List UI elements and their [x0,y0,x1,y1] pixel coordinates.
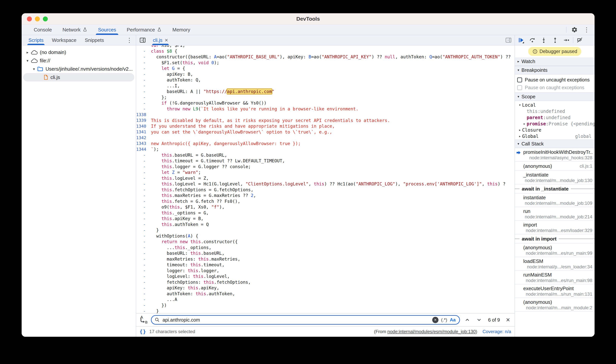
line-gutter[interactable]: - [136,78,148,82]
line-gutter[interactable]: - [136,245,148,250]
call-stack-frame[interactable]: instantiatenode:internal/m...module_job:… [515,194,595,207]
call-stack-frame[interactable]: loadESMnode:internal/p.../esm_loader:34 [515,257,595,271]
line-gutter[interactable]: - [136,182,148,186]
code-line[interactable]: - ...A [136,297,515,302]
line-gutter[interactable]: - [136,176,148,181]
line-gutter[interactable]: 1343 [136,141,148,146]
toggle-debugger-sidebar-icon[interactable] [502,35,515,45]
chevron-right-icon[interactable]: ▸ [25,50,30,54]
source-origin-link[interactable]: node:internal/modules/esm/module_job:130 [388,329,476,334]
replace-toggle-icon[interactable]: A B [139,315,148,325]
code-line[interactable]: - }; [136,94,515,100]
line-gutter[interactable]: - [136,291,148,296]
next-match-button[interactable] [475,315,483,324]
code-line[interactable]: - let G = { [136,65,515,71]
code-line[interactable]: - if (!G.dangerouslyAllowBrowser && Ys0(… [136,100,515,106]
section-breakpoints[interactable]: ▾ Breakpoints [515,66,595,74]
line-gutter[interactable]: - [136,234,148,238]
line-gutter[interactable]: - [136,199,148,204]
code-line[interactable]: - apiKey: this.apiKey, [136,285,515,291]
zoom-window-button[interactable] [43,16,48,21]
checkbox-unchecked[interactable] [517,78,522,82]
regex-toggle-button[interactable]: (.*) [441,317,447,323]
line-gutter[interactable]: - [136,309,148,313]
code-editor[interactable]: var Xs0, $F1;-class $8 {- constructor({b… [136,45,515,313]
line-gutter[interactable]: - [136,187,148,192]
code-line[interactable]: - baseURL: A || "https://api.anthropic.c… [136,89,515,94]
line-gutter[interactable]: - [136,274,148,279]
pretty-print-icon[interactable]: {} [140,329,146,335]
line-gutter[interactable]: 1342 [136,135,148,140]
search-field[interactable]: × (.*) Aa [151,315,460,325]
call-stack-frame[interactable]: (anonymous)node:internal/m...main_module… [515,298,595,312]
code-line[interactable]: - apiKey: B, [136,71,515,77]
line-gutter[interactable]: 1344 [136,147,148,152]
line-gutter[interactable]: - [136,164,148,169]
code-line[interactable]: - return new this.constructor({ [136,239,515,245]
tree-item-no-domain[interactable]: ▸ (no domain) [22,48,136,56]
code-line[interactable]: - this.timeout = G.timeout ?? Lw.DEFAULT… [136,158,515,164]
scope-group-global[interactable]: ▸ Global global [515,133,595,139]
scope-group-closure[interactable]: ▸ Closure [515,127,595,133]
line-gutter[interactable]: - [136,54,148,59]
line-gutter[interactable]: - [136,228,148,233]
tab-memory[interactable]: Memory [167,25,196,35]
section-watch[interactable]: ▸ Watch [515,57,595,66]
tab-scripts[interactable]: Scripts [24,35,48,45]
code-line[interactable]: - baseURL: this.baseURL, [136,250,515,256]
close-tab-icon[interactable]: × [165,37,168,43]
scope-prop-this[interactable]: this undefined [515,108,595,114]
tab-workspace[interactable]: Workspace [48,35,81,45]
line-gutter[interactable]: - [136,89,148,94]
code-line[interactable]: - } [136,227,515,233]
line-gutter[interactable]: 1341 [136,130,148,134]
tree-item-folder[interactable]: ▾ Users/jinhuilee/.nvm/versions/node/v2.… [22,65,136,73]
minimize-window-button[interactable] [35,16,40,21]
match-case-toggle-button[interactable]: Aa [450,317,457,323]
code-line[interactable]: - maxRetries: this.maxRetries, [136,256,515,262]
code-line[interactable]: 1344`); [136,146,515,152]
code-line[interactable]: 1338 [136,112,515,117]
line-gutter[interactable]: - [136,262,148,267]
line-gutter[interactable]: - [136,268,148,273]
code-line[interactable]: 1342 [136,135,515,141]
code-line[interactable]: - throw new L9(`It looks like you're run… [136,106,515,112]
line-gutter[interactable]: - [136,286,148,290]
search-input[interactable] [163,317,430,323]
scope-prop-promise[interactable]: ▸ promise Promise {<pending>} [515,121,595,127]
line-gutter[interactable]: - [136,95,148,100]
code-line[interactable]: - logLevel: this.logLevel, [136,273,515,279]
code-line[interactable]: - logger: this.logger, [136,268,515,274]
line-gutter[interactable]: - [136,72,148,77]
line-gutter[interactable]: 1340 [136,124,148,129]
code-line[interactable]: 1339This is disabled by default, as it r… [136,117,515,123]
tab-console[interactable]: Console [28,25,57,35]
tab-performance[interactable]: Performance [121,25,167,35]
scope-prop-parent[interactable]: parent undefined [515,114,595,121]
code-line[interactable]: - this.logLevel = Hc1(G.logLevel, "Clien… [136,181,515,187]
line-gutter[interactable]: - [136,222,148,227]
line-gutter[interactable]: - [136,170,148,175]
code-line[interactable]: var Xs0, $F1; [136,45,515,48]
line-gutter[interactable]: - [136,106,148,111]
line-gutter[interactable]: 1338 [136,112,148,117]
code-line[interactable]: - $F1.set(this, void 0); [136,60,515,66]
call-stack-frame[interactable]: runMainESMnode:internal/m...es/run_main:… [515,271,595,285]
code-line[interactable]: - }) [136,302,515,308]
pause-on-uncaught-exceptions-row[interactable]: Pause on uncaught exceptions [515,76,595,84]
code-line[interactable]: - withOptions(A) { [136,233,515,239]
chevron-down-icon[interactable]: ▾ [25,59,30,63]
previous-match-button[interactable] [463,315,472,324]
clear-search-icon[interactable]: × [432,317,438,323]
call-stack-frame[interactable]: executeUserEntryPointnode:internal/m...s… [515,285,595,298]
pause-on-caught-exceptions-row[interactable]: Pause on caught exceptions [515,84,595,91]
section-scope[interactable]: ▾ Scope [515,92,595,101]
close-window-button[interactable] [27,16,32,21]
code-line[interactable]: - authToken: Q, [136,77,515,83]
code-line[interactable]: - this.fetchOptions = G.fetchOptions, [136,187,515,193]
tab-snippets[interactable]: Snippets [81,35,108,45]
tab-sources[interactable]: Sources [93,25,121,35]
line-gutter[interactable]: - [136,280,148,285]
call-stack-frame[interactable]: importnode:internal/m...esm/loader:329 [515,221,595,234]
step-button[interactable] [561,36,572,44]
